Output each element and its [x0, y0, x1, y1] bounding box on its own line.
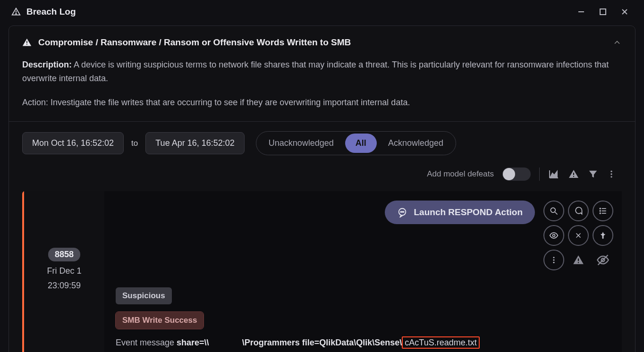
panel-header[interactable]: Compromise / Ransomware / Ransom or Offe… — [9, 26, 635, 48]
separator — [539, 168, 540, 181]
svg-point-1 — [16, 13, 17, 14]
date-to-picker[interactable]: Tue Apr 16, 16:52:02 — [145, 132, 244, 154]
svg-point-14 — [400, 212, 401, 213]
svg-point-29 — [553, 260, 555, 261]
panel-body: Description: A device is writing suspici… — [9, 48, 635, 122]
list-icon[interactable] — [593, 201, 613, 221]
segment-unacknowledged[interactable]: Unacknowledged — [258, 134, 344, 153]
maximize-button[interactable] — [595, 6, 611, 18]
area-chart-icon[interactable] — [548, 168, 559, 180]
window-title: Breach Log — [26, 7, 76, 17]
date-from-picker[interactable]: Mon Oct 16, 16:52:02 — [22, 132, 124, 154]
svg-point-12 — [610, 176, 612, 178]
event-main: Launch RESPOND Action Suspicious SMB Wri… — [104, 191, 622, 352]
svg-point-28 — [553, 257, 555, 259]
comment-icon — [397, 207, 407, 218]
warning-icon[interactable] — [568, 168, 579, 180]
tag-smb-write[interactable]: SMB Write Success — [116, 312, 203, 329]
breach-panel: Compromise / Ransomware / Ransom or Offe… — [8, 25, 636, 352]
launch-respond-button[interactable]: Launch RESPOND Action — [385, 201, 535, 224]
svg-rect-32 — [578, 262, 579, 263]
alert-triangle-icon — [22, 38, 32, 47]
svg-rect-3 — [600, 9, 606, 15]
event-tags: Suspicious SMB Write Success — [116, 287, 622, 329]
segment-acknowledged[interactable]: Acknowledged — [378, 134, 454, 153]
svg-point-16 — [403, 212, 404, 213]
model-defeats-label: Add model defeats — [427, 169, 494, 179]
segment-all[interactable]: All — [345, 134, 377, 153]
svg-point-25 — [553, 235, 555, 237]
pin-icon[interactable] — [593, 225, 613, 246]
x-icon[interactable] — [568, 225, 589, 246]
event-message: Event message share=\\ \Programmers file… — [116, 336, 512, 352]
svg-rect-7 — [26, 44, 27, 45]
svg-rect-6 — [26, 41, 27, 43]
msg-path: \Programmers file=QlikData\Qlik\Sense\ — [242, 338, 402, 347]
svg-point-15 — [402, 212, 403, 213]
svg-point-19 — [600, 209, 601, 210]
panel-heading: Compromise / Ransomware / Ransom or Offe… — [38, 37, 351, 48]
comment-bubble-icon[interactable] — [568, 201, 589, 221]
event-time: 23:09:59 — [30, 281, 99, 291]
event-meta: 8858 Fri Dec 1 23:09:59 — [24, 191, 104, 352]
tag-suspicious[interactable]: Suspicious — [116, 287, 172, 304]
msg-share: share=\\ — [177, 338, 209, 347]
svg-point-10 — [610, 171, 612, 172]
svg-rect-9 — [573, 176, 574, 177]
filter-controls: Mon Oct 16, 16:52:02 to Tue Apr 16, 16:5… — [9, 122, 635, 159]
event-actions — [543, 201, 613, 270]
svg-point-11 — [610, 174, 612, 175]
more-vertical-icon[interactable] — [607, 169, 616, 179]
eye-off-icon[interactable] — [593, 250, 613, 270]
alert-icon[interactable] — [568, 250, 589, 270]
filter-icon[interactable] — [588, 169, 598, 179]
ack-filter-segment: Unacknowledged All Acknowledged — [256, 131, 456, 155]
eye-icon[interactable] — [543, 225, 564, 246]
search-icon[interactable] — [543, 201, 564, 221]
msg-prefix: Event message — [116, 338, 177, 347]
close-button[interactable] — [617, 6, 633, 18]
event-row: 8858 Fri Dec 1 23:09:59 Launch RESPOND A… — [22, 191, 622, 352]
svg-point-21 — [600, 211, 601, 212]
svg-rect-31 — [578, 259, 579, 261]
highlighted-filename: cAcTuS.readme.txt — [402, 336, 479, 349]
model-defeats-toggle[interactable] — [502, 168, 531, 181]
secondary-toolbar: Add model defeats — [9, 159, 635, 185]
svg-point-17 — [551, 208, 555, 213]
event-count-badge: 8858 — [48, 248, 80, 261]
chevron-up-icon[interactable] — [612, 38, 622, 47]
svg-point-30 — [553, 262, 555, 263]
svg-point-23 — [600, 213, 601, 214]
description-value: A device is writing suspicious terms to … — [22, 60, 609, 83]
action-text: Action: Investigate the file writes that… — [22, 96, 622, 109]
minimize-button[interactable] — [573, 6, 589, 18]
titlebar: Breach Log — [0, 0, 644, 24]
svg-rect-8 — [573, 173, 574, 175]
description-label: Description: — [22, 60, 72, 69]
event-date: Fri Dec 1 — [30, 266, 99, 276]
svg-line-18 — [555, 212, 558, 215]
respond-label: Launch RESPOND Action — [414, 207, 523, 218]
warning-triangle-icon — [11, 7, 21, 17]
description-text: Description: A device is writing suspici… — [22, 58, 622, 85]
to-label: to — [131, 139, 138, 148]
more-icon[interactable] — [543, 250, 564, 270]
